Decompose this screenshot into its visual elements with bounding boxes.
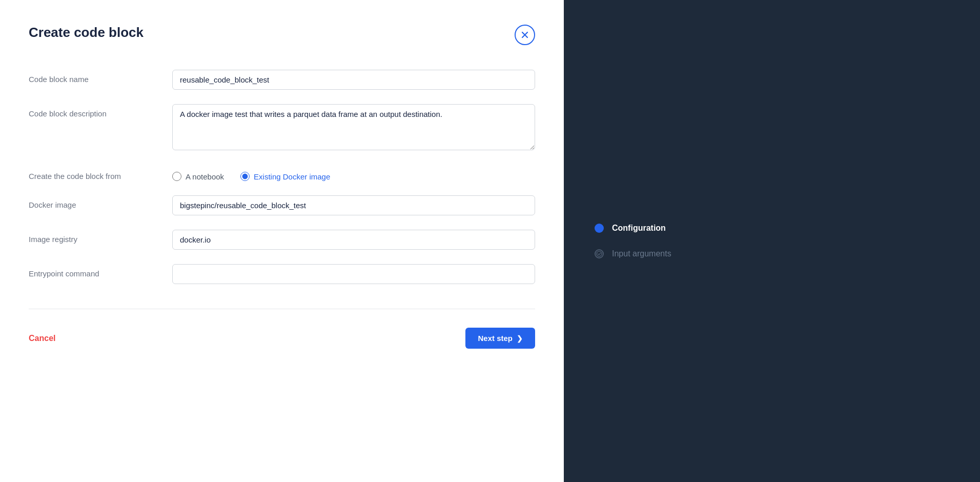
create-from-row: Create the code block from A notebook Ex… (29, 167, 535, 181)
footer-divider (29, 309, 535, 309)
step-configuration-label: Configuration (612, 224, 666, 233)
docker-image-input-area (172, 195, 535, 215)
code-block-description-row: Code block description A docker image te… (29, 104, 535, 152)
entrypoint-command-input[interactable] (172, 264, 535, 284)
radio-docker-label: Existing Docker image (254, 172, 330, 181)
modal-area: Create code block Code block name Code b… (0, 0, 564, 482)
step-input-arguments: Input arguments (595, 249, 671, 258)
image-registry-input[interactable] (172, 230, 535, 250)
image-registry-label: Image registry (29, 230, 172, 244)
cancel-button[interactable]: Cancel (29, 330, 55, 347)
modal-footer: Cancel Next step ❯ (29, 324, 535, 349)
modal-header: Create code block (29, 25, 535, 45)
close-button[interactable] (515, 25, 535, 45)
modal-title: Create code block (29, 25, 144, 41)
sidebar: Configuration Input arguments (564, 0, 980, 482)
code-block-name-input[interactable] (172, 70, 535, 90)
radio-notebook-label: A notebook (186, 172, 224, 181)
entrypoint-command-row: Entrypoint command (29, 264, 535, 284)
step-input-arguments-label: Input arguments (612, 249, 671, 258)
docker-image-label: Docker image (29, 195, 172, 209)
create-from-input-area: A notebook Existing Docker image (172, 167, 535, 181)
svg-point-0 (597, 251, 602, 256)
close-icon (520, 30, 529, 39)
radio-notebook-option[interactable]: A notebook (172, 172, 224, 181)
code-block-description-input-area: A docker image test that writes a parque… (172, 104, 535, 152)
form-body: Code block name Code block description A… (29, 70, 535, 457)
step-configuration: Configuration (595, 224, 666, 233)
radio-docker[interactable] (240, 172, 250, 181)
docker-image-input[interactable] (172, 195, 535, 215)
docker-image-row: Docker image (29, 195, 535, 215)
step-configuration-dot (595, 224, 604, 233)
code-block-description-input[interactable]: A docker image test that writes a parque… (172, 104, 535, 150)
image-registry-row: Image registry (29, 230, 535, 250)
entrypoint-command-label: Entrypoint command (29, 264, 172, 278)
code-block-name-row: Code block name (29, 70, 535, 90)
code-block-name-label: Code block name (29, 70, 172, 84)
create-from-label: Create the code block from (29, 167, 172, 180)
check-circle-icon (596, 251, 602, 257)
code-block-name-input-area (172, 70, 535, 90)
next-step-button[interactable]: Next step ❯ (465, 328, 535, 349)
code-block-description-label: Code block description (29, 104, 172, 118)
chevron-right-icon: ❯ (517, 334, 523, 343)
radio-docker-option[interactable]: Existing Docker image (240, 172, 330, 181)
next-step-label: Next step (478, 334, 513, 343)
page-wrapper: Create code block Code block name Code b… (0, 0, 980, 482)
entrypoint-command-input-area (172, 264, 535, 284)
radio-notebook[interactable] (172, 172, 181, 181)
radio-group: A notebook Existing Docker image (172, 167, 535, 181)
image-registry-input-area (172, 230, 535, 250)
step-input-arguments-dot (595, 249, 604, 258)
